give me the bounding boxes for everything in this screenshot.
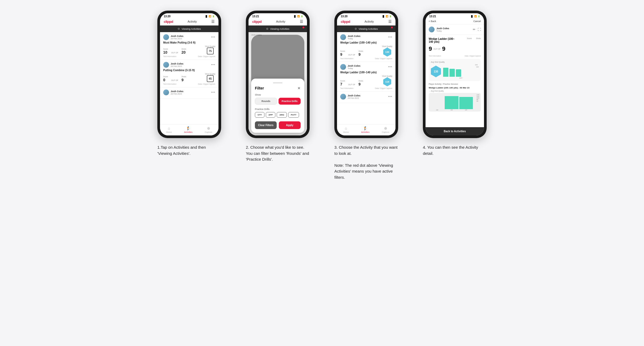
- show-section-label: Show: [255, 93, 301, 96]
- quality-label-1-2: Shot Quality: [205, 73, 215, 75]
- menu-icon-2[interactable]: ☰: [300, 19, 303, 24]
- drill-tag-app[interactable]: APP: [266, 112, 275, 118]
- chart-label-4: Avg Shot Quality: [431, 61, 479, 63]
- user-text-1-1: Josh Coles 28 Feb 2023: [171, 35, 183, 40]
- capture-icon-1: ⊕: [207, 126, 210, 130]
- nav-capture-1[interactable]: ⊕ Capture: [205, 126, 212, 133]
- shots-value-3-1: 9: [359, 52, 363, 57]
- more-dots-3-2[interactable]: •••: [388, 65, 392, 69]
- nav-activities-1[interactable]: 🏌 Activities: [184, 126, 193, 133]
- quality-label-1-1: Shot Quality: [205, 45, 215, 47]
- info-row-4: Test Information Data: Clippd Capture: [429, 55, 481, 57]
- stat-score-block-1-2: Score 0: [163, 76, 168, 82]
- drill-tag-ott[interactable]: OTT: [255, 112, 264, 118]
- avatar-1-2: [163, 62, 169, 68]
- battery-icon-4: 🔋: [478, 15, 480, 18]
- viewing-banner-3[interactable]: ⚙ Viewing Activities: [337, 25, 395, 32]
- card-header-3-1: Josh Coles Today •••: [340, 34, 392, 40]
- more-dots-1-3[interactable]: •••: [211, 91, 215, 94]
- more-dots-1-2[interactable]: •••: [211, 63, 215, 67]
- edit-icon-4[interactable]: ✏: [473, 28, 475, 31]
- score-label-1-1: Score: [163, 48, 168, 50]
- apply-btn[interactable]: Apply: [279, 121, 301, 129]
- nav-title-2: Activity: [276, 20, 285, 23]
- score-label-3-2: Score: [340, 80, 345, 82]
- shots-value-1-2: 9: [182, 78, 186, 82]
- settings-icon-1: ⚙: [178, 27, 180, 30]
- user-date-3-2: Today: [348, 67, 360, 70]
- detail-content-4: Wedge Ladder (100–140 yds) Score Shots 9…: [426, 35, 484, 127]
- info-right-1-2: Data: Clippd Capture: [198, 83, 215, 85]
- arrow-trend-4: →: [429, 90, 431, 92]
- viewing-banner-1[interactable]: ⚙ Viewing Activities: [160, 25, 218, 32]
- user-name-1-3: Josh Coles: [171, 90, 183, 93]
- more-dots-1-1[interactable]: •••: [211, 35, 215, 39]
- card-footer-3-2: Test Information Data: Clippd Capture: [340, 87, 392, 89]
- filter-tab-rounds[interactable]: Rounds: [255, 98, 277, 105]
- home-label-3: Home: [343, 131, 349, 133]
- score-label-1-2: Score: [163, 76, 168, 78]
- avg-quality-hex-4: 130: [431, 66, 441, 77]
- user-name-3-3: Josh Coles: [348, 94, 360, 97]
- phone-4: 13:21 ▐▌ 📶 🔋 < Back Cancel: [423, 11, 487, 138]
- activity-card-3-1[interactable]: Josh Coles Today ••• Wedge Ladder (100–1…: [337, 32, 395, 62]
- status-bar-1: 13:20 ▐▌ 📶 🔋: [160, 13, 218, 18]
- home-icon-3: ⌂: [345, 126, 347, 130]
- back-to-activities-btn-4[interactable]: Back to Activities: [426, 127, 484, 135]
- nav-capture-3[interactable]: ⊕ Capture: [382, 126, 389, 133]
- logo-1: clippd: [164, 20, 173, 24]
- drill-tags: OTT APP ARG PUTT: [255, 112, 301, 118]
- activity-card-1-2[interactable]: Josh Coles 28 Feb 2023 ••• Putting Combi…: [160, 60, 218, 87]
- status-icons-1: ▐▌ 📶 🔋: [205, 15, 215, 18]
- battery-icon-3: 🔋: [389, 15, 392, 18]
- capture-label-3: Capture: [382, 131, 389, 133]
- more-dots-3-3[interactable]: •••: [388, 95, 392, 99]
- activity-card-3-3[interactable]: Josh Coles 28 Feb 2023 •••: [337, 92, 395, 103]
- modal-close-btn[interactable]: ✕: [297, 86, 301, 90]
- cancel-btn-4[interactable]: Cancel: [473, 20, 481, 23]
- stat-score-block-1-1: Score 10: [163, 48, 168, 54]
- score-value-1-2: 0: [163, 78, 168, 82]
- user-info-3-2: Josh Coles Today: [340, 64, 360, 70]
- clear-filters-btn[interactable]: Clear Filters: [255, 121, 277, 129]
- quality-value-1-1: 75: [209, 50, 212, 53]
- viewing-banner-2[interactable]: ⚙ Viewing Activities: [249, 25, 307, 32]
- battery-icon-1: 🔋: [212, 15, 215, 18]
- nav-home-3[interactable]: ⌂ Home: [343, 126, 349, 133]
- history-label-text-4: Avg Shot Quality: [431, 90, 444, 92]
- quality-block-3-2: Shot Quality 118: [382, 75, 392, 86]
- menu-icon-1[interactable]: ☰: [211, 19, 215, 24]
- banner-label-3: Viewing Activities: [359, 27, 378, 30]
- page-container: 13:20 ▐▌ 📶 🔋 clippd Activity ☰ ⚙ Vie: [149, 11, 495, 180]
- menu-icon-3[interactable]: ☰: [388, 19, 392, 24]
- nav-home-1[interactable]: ⌂ Home: [166, 126, 172, 133]
- filter-tab-practice[interactable]: Practice Drills: [279, 98, 301, 105]
- activity-card-3-2[interactable]: Josh Coles Today ••• Wedge Ladder (100–1…: [337, 62, 395, 92]
- activity-card-1-1[interactable]: Josh Coles 28 Feb 2023 ••• Must Make Put…: [160, 32, 218, 60]
- practice-type-4: Practice Session: [443, 83, 458, 85]
- nav-activities-3[interactable]: 🏌 Activities: [361, 126, 370, 133]
- shots-value-3-2: 9: [359, 82, 363, 86]
- red-dot-2: [302, 27, 304, 28]
- drill-tag-putt[interactable]: PUTT: [288, 112, 299, 118]
- user-date-3-1: Today: [348, 37, 360, 40]
- phone-1-inner: 13:20 ▐▌ 📶 🔋 clippd Activity ☰ ⚙ Vie: [160, 13, 218, 135]
- user-text-3-3: Josh Coles 28 Feb 2023: [348, 94, 360, 99]
- user-date-1-2: 28 Feb 2023: [171, 65, 183, 67]
- drill-tag-arg[interactable]: ARG: [277, 112, 287, 118]
- outof-1-2: OUT OF: [171, 79, 178, 82]
- history-chart-4: 1401201008060 132 129 124: [429, 93, 481, 112]
- step-3-description: 3. Choose the Activity that you want to …: [334, 144, 398, 180]
- user-info-3-1: Josh Coles Today: [340, 34, 360, 40]
- more-dots-3-1[interactable]: •••: [388, 35, 392, 39]
- activity-card-1-3[interactable]: Josh Coles 28 Feb 2023 •••: [160, 87, 218, 99]
- user-date-1-3: 28 Feb 2023: [171, 93, 183, 95]
- big-shots-4: 9: [442, 45, 445, 52]
- expand-icon-4[interactable]: ⛶: [478, 28, 481, 31]
- shots-label-1-2: Shots: [182, 76, 186, 78]
- shots-label-1-1: Shots: [182, 48, 186, 50]
- activities-icon-1: 🏌: [186, 126, 191, 130]
- outof-3-2: OUT OF: [348, 84, 355, 86]
- signal-icon-1: ▐▌: [205, 15, 208, 18]
- back-btn-4[interactable]: < Back: [429, 20, 436, 23]
